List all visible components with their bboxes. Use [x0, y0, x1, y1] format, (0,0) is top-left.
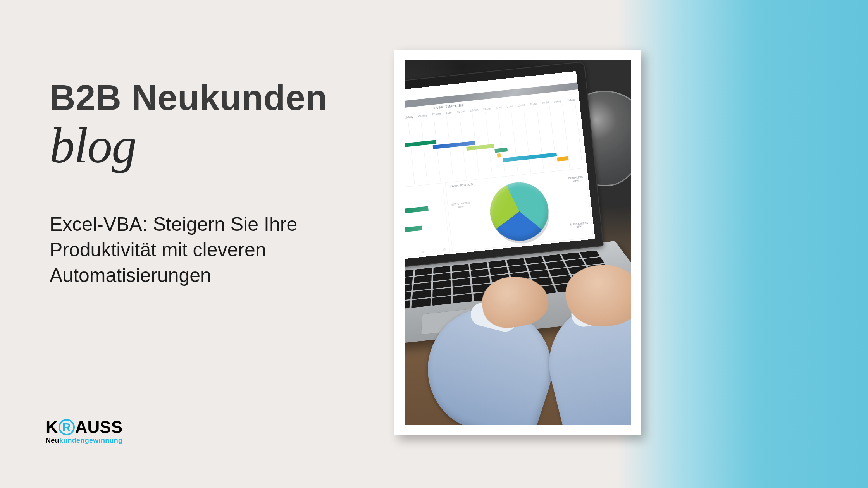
gantt-bar	[494, 148, 508, 153]
gantt-bar	[557, 156, 568, 162]
pie-label-not-started: NOT STARTED 43%	[451, 201, 470, 209]
logo-letter-pre: K	[46, 419, 58, 436]
logo-letter-post: AUSS	[75, 419, 122, 436]
pie-panel: TASK STATUS COMPLETE 29% NOT STARTED	[445, 168, 594, 252]
bars-panel: AYS PER PROJECT 0510152025	[405, 183, 450, 265]
pie-chart: COMPLETE 29% NOT STARTED 43% IN PROGRESS	[446, 168, 593, 252]
logo-circled-letter: R	[59, 419, 75, 435]
gantt-bar	[503, 153, 557, 162]
laptop-screen: BOARD TASK TIMELINE 1-Apr8-Apr15-Apr22-A…	[405, 71, 595, 266]
article-title: Excel-VBA: Steigern Sie Ihre Produktivit…	[50, 211, 352, 288]
brand-logo-main: K R AUSS	[46, 419, 122, 436]
blog-heading-main: B2B Neukunden	[50, 77, 327, 118]
brand-logo: K R AUSS Neukundengewinnung	[46, 419, 122, 445]
hero-photo-card: BOARD TASK TIMELINE 1-Apr8-Apr15-Apr22-A…	[394, 50, 641, 435]
pie-label-complete: COMPLETE 29%	[568, 175, 584, 183]
blog-heading-script: blog	[50, 116, 136, 174]
timeline-title: TASK TIMELINE	[433, 103, 465, 110]
gantt-bar	[405, 140, 436, 148]
right-gradient-panel	[618, 0, 868, 488]
logo-sub-bold: Neu	[46, 436, 59, 444]
pie-graphic	[480, 172, 558, 251]
dashboard-lower-row: AYS PER PROJECT 0510152025 TASK STATUS C…	[405, 168, 593, 265]
hero-photo: BOARD TASK TIMELINE 1-Apr8-Apr15-Apr22-A…	[405, 60, 631, 425]
logo-sub-rest: kundengewinnung	[59, 436, 123, 444]
pie-label-in-progress: IN PROGRESS 29%	[569, 222, 589, 230]
brand-logo-sub: Neukundengewinnung	[46, 436, 122, 445]
page-canvas: B2B Neukunden blog Excel-VBA: Steigern S…	[0, 0, 868, 488]
laptop-screen-frame: BOARD TASK TIMELINE 1-Apr8-Apr15-Apr22-A…	[405, 61, 604, 275]
gantt-bar	[497, 153, 501, 158]
